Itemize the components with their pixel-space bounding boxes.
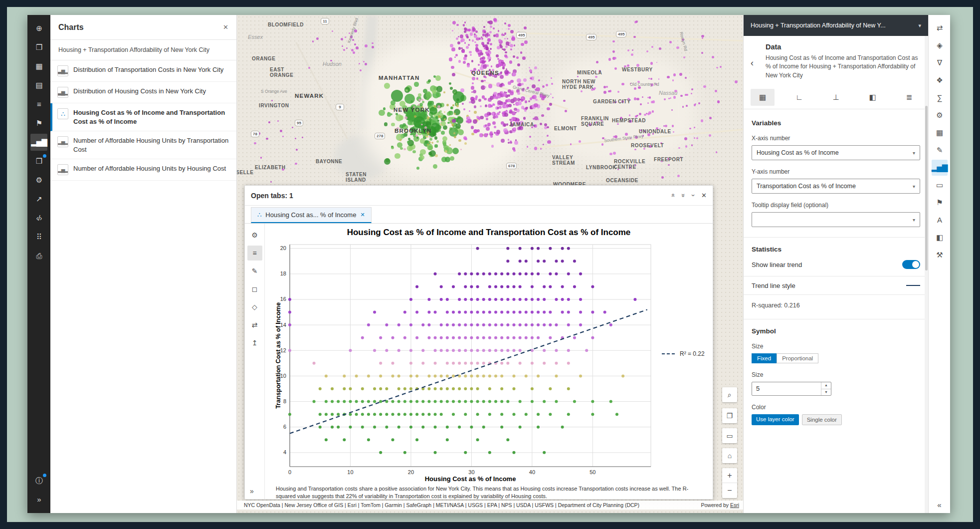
collapse-all-icon[interactable]: »: [669, 194, 676, 197]
chart-list-item[interactable]: ▃▆▂Distribution of Transportation Costs …: [50, 60, 236, 82]
axes-tab-icon[interactable]: ⊥: [824, 89, 848, 106]
svg-text:Transportation Cost as % of In: Transportation Cost as % of Income: [275, 302, 282, 409]
tools-icon[interactable]: ⚒: [932, 247, 948, 263]
back-icon[interactable]: ‹: [751, 58, 754, 68]
home-icon[interactable]: ⌂: [722, 448, 737, 463]
size-input-value: 5: [752, 382, 821, 395]
aggregation-icon[interactable]: ∑: [932, 90, 948, 106]
charts-icon[interactable]: ▂▅▇: [30, 134, 47, 151]
svg-text:20: 20: [408, 469, 414, 475]
layers-icon[interactable]: ❐: [30, 39, 47, 56]
chart-export-icon[interactable]: ↥: [247, 335, 262, 350]
chart-style-icon[interactable]: ✎: [247, 264, 262, 278]
map-label: BROOKLYN: [394, 128, 431, 134]
esri-link[interactable]: Esri: [730, 502, 739, 508]
filter-icon[interactable]: ∇: [932, 55, 948, 71]
feedback-icon[interactable]: ▭: [722, 428, 737, 443]
settings-gear-icon[interactable]: ⚙: [30, 172, 47, 189]
series-tab-icon[interactable]: ∟: [787, 89, 811, 106]
chart-list-item[interactable]: ▂▅▂Number of Affordable Housing Units by…: [50, 131, 236, 159]
color-mode-use-layer-color[interactable]: Use layer color: [752, 414, 799, 425]
code-icon[interactable]: ‹/›: [30, 210, 47, 227]
histogram-chart-icon: ▃▆▂: [57, 65, 68, 76]
table-icon[interactable]: ▦: [30, 58, 47, 75]
chart-swap-icon[interactable]: ⇄: [247, 317, 262, 332]
histogram-chart-icon: ▃▆▂: [57, 87, 68, 98]
effects-icon[interactable]: ❖: [932, 72, 948, 88]
linear-trend-toggle[interactable]: [902, 260, 920, 269]
powered-by-text: Powered by: [701, 502, 729, 508]
select-value: Housing Cost as % of Income: [757, 149, 839, 156]
chart-list-item[interactable]: ▃▆▂Distribution of Housing Costs in New …: [50, 82, 236, 103]
share-icon[interactable]: ↗: [30, 191, 47, 208]
x-axis-select[interactable]: Housing Cost as % of Income▾: [752, 145, 920, 160]
color-mode-single-color[interactable]: Single color: [802, 414, 842, 425]
apps-icon[interactable]: ⠿: [30, 229, 47, 246]
settings-panel-header[interactable]: Housing + Transportation Affordability o…: [744, 15, 928, 36]
chart-options-icon[interactable]: ⚙: [247, 228, 262, 243]
right-toolbar: ⇄◈∇❖∑⚙▦✎▂▅▇▭⚑A◧⚒ «: [928, 15, 950, 513]
stepper-up-icon[interactable]: ▲: [821, 382, 831, 389]
charts-group-label: Housing + Transportation Affordability o…: [50, 40, 236, 60]
expand-rail-icon[interactable]: »: [30, 491, 47, 508]
widgets-icon[interactable]: ▤: [30, 77, 47, 94]
chart-legend-icon[interactable]: ≡: [247, 246, 262, 261]
trend-line-style-row[interactable]: Trend line style: [744, 276, 928, 295]
add-icon[interactable]: ⊕: [30, 20, 47, 37]
field-label: Tooltip display field (optional): [752, 202, 920, 209]
content-icon[interactable]: ❒: [30, 153, 47, 170]
settings-icon[interactable]: ⚙: [932, 107, 948, 123]
powered-by: Powered by Esri: [701, 502, 739, 508]
expand-all-icon[interactable]: »: [680, 194, 687, 197]
chart-list-item[interactable]: ▂▅▂Number of Affordable Housing Units by…: [50, 159, 236, 181]
tab-housing-cost-chart[interactable]: ∴ Housing Cost as... % of Income ✕: [251, 207, 372, 223]
map-label: ROCKVILLE CENTRE: [614, 159, 645, 170]
zoom-out-icon[interactable]: −: [722, 483, 737, 498]
edit-icon[interactable]: ✎: [932, 142, 948, 158]
close-icon[interactable]: ✕: [223, 23, 228, 31]
chart-list-item[interactable]: ∴Housing Cost as % of Income and Transpo…: [50, 103, 236, 131]
format-tab-icon[interactable]: ≣: [897, 89, 921, 106]
scrollbar[interactable]: [925, 36, 928, 513]
charts-panel-title: Charts: [58, 23, 84, 32]
size-input[interactable]: 5 ▲ ▼: [752, 382, 831, 396]
styles-icon[interactable]: ◈: [932, 37, 948, 53]
appearance-tab-icon[interactable]: ◧: [861, 89, 885, 106]
print-icon[interactable]: ⎙: [30, 248, 47, 264]
collapse-panel-icon[interactable]: «: [937, 501, 941, 509]
labels-icon[interactable]: A: [932, 212, 948, 228]
basemap-icon[interactable]: ◧: [932, 230, 948, 246]
size-mode-proportional[interactable]: Proportional: [777, 353, 818, 363]
scrollbar-thumb[interactable]: [925, 106, 928, 270]
search-icon[interactable]: ⌕: [722, 387, 737, 402]
legend-list-icon[interactable]: ≡: [30, 96, 47, 113]
map-label: NEWARK: [295, 93, 324, 99]
chart-settings-panel: Housing + Transportation Affordability o…: [743, 15, 928, 513]
notification-badge: [43, 474, 46, 477]
y-axis-select[interactable]: Transportation Cost as % of Income▾: [752, 179, 920, 194]
bookmark-icon[interactable]: ⚑: [30, 115, 47, 132]
minimize-icon[interactable]: ›: [689, 194, 697, 196]
locate-map-icon[interactable]: ❐: [722, 408, 737, 423]
charts-icon[interactable]: ▂▅▇: [932, 160, 948, 176]
properties-sliders-icon[interactable]: ⇄: [932, 20, 948, 36]
expand-panel-icon[interactable]: »: [250, 487, 254, 495]
size-mode-fixed[interactable]: Fixed: [752, 353, 777, 363]
map-canvas[interactable]: BLOOMFIELDEssexORANGEEAST ORANGES Orange…: [237, 15, 743, 513]
tooltip-field-select[interactable]: ▾: [752, 212, 920, 227]
tab-close-icon[interactable]: ✕: [360, 212, 365, 218]
bookmarks-icon[interactable]: ⚑: [932, 195, 948, 211]
map-label: OCEANSIDE: [606, 178, 638, 183]
road-shield: 495: [616, 31, 626, 37]
map-label: Kennedy Blvd: [346, 17, 359, 44]
table-icon[interactable]: ▦: [932, 125, 948, 141]
zoom-in-icon[interactable]: +: [722, 468, 737, 483]
chart-tag-icon[interactable]: ◇: [247, 299, 262, 314]
chart-select-icon[interactable]: ◻: [247, 281, 262, 296]
info-icon[interactable]: ⓘ: [30, 472, 47, 489]
data-tab-icon[interactable]: ▦: [751, 89, 775, 106]
road-shield: 678: [506, 163, 517, 169]
stepper-down-icon[interactable]: ▼: [821, 389, 831, 396]
close-icon[interactable]: ✕: [701, 192, 707, 199]
forms-icon[interactable]: ▭: [932, 177, 948, 193]
